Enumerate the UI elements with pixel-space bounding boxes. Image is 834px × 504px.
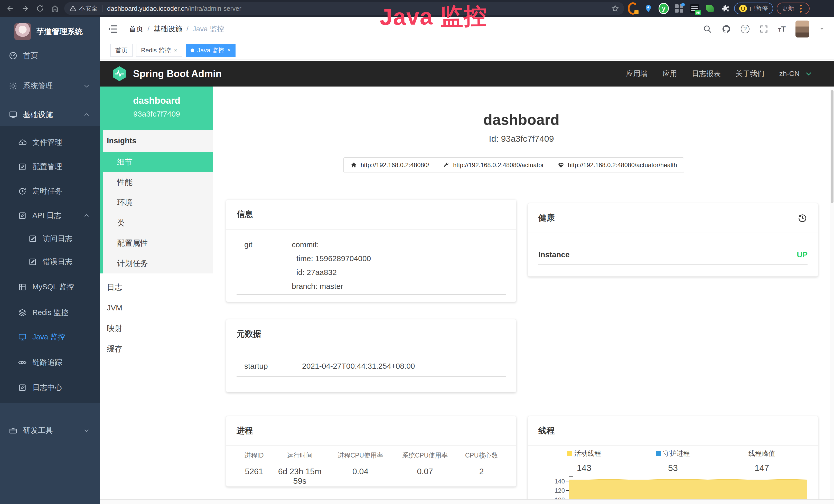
- sidebar-item-infra[interactable]: 基础设施: [0, 108, 100, 122]
- update-label: 更新: [782, 4, 794, 13]
- sidebar-item-file-manage[interactable]: 文件管理: [0, 135, 100, 150]
- vertical-scrollbar-track[interactable]: [830, 87, 834, 499]
- browser-update-button[interactable]: 更新: [777, 3, 810, 15]
- sidebar-item-dev-tools[interactable]: 研发工具: [0, 423, 100, 438]
- health-status-badge: UP: [797, 250, 808, 259]
- bookmark-star-icon[interactable]: [611, 5, 619, 12]
- security-label[interactable]: 不安全: [79, 4, 97, 13]
- browser-menu-icon[interactable]: [797, 5, 805, 13]
- sidebar-item-java-monitor[interactable]: Java 监控: [0, 330, 100, 344]
- extension-grid-icon[interactable]: [674, 3, 684, 14]
- sba-menu-details[interactable]: 细节: [103, 152, 213, 172]
- process-table: 进程ID5261 运行时间6d 23h 15m 59s 进程CPU使用率0.04…: [237, 451, 506, 486]
- process-card: 进程 进程ID5261 运行时间6d 23h 15m 59s 进程CPU使用率0…: [226, 416, 516, 486]
- browser-reload-button[interactable]: [35, 3, 46, 14]
- history-icon[interactable]: [797, 213, 808, 223]
- language-caret-icon[interactable]: [805, 70, 812, 77]
- sba-menu-logs[interactable]: 日志: [100, 277, 213, 298]
- address-bar[interactable]: 不安全 dashboard.yudao.iocoder.cn/infra/adm…: [64, 2, 624, 15]
- help-icon[interactable]: ?: [741, 25, 749, 33]
- edit-icon: [28, 234, 37, 243]
- insecure-warning-icon: [69, 5, 76, 12]
- instance-health-link[interactable]: http://192.168.0.2:48080/actuator/health: [551, 157, 684, 173]
- browser-back-button[interactable]: [5, 3, 16, 14]
- sidebar-item-api-log[interactable]: API 日志: [0, 208, 100, 223]
- sidebar-item-system[interactable]: 系统管理: [0, 79, 100, 93]
- browser-forward-button[interactable]: [20, 3, 31, 14]
- instance-actuator-link[interactable]: http://192.168.0.2:48080/actuator: [436, 157, 551, 173]
- browser-home-button[interactable]: [49, 3, 61, 14]
- breadcrumb-infra[interactable]: 基础设施: [154, 24, 182, 34]
- tick: [566, 490, 569, 491]
- sba-instance-header[interactable]: dashboard 93a3fc7f7409: [100, 87, 213, 130]
- tag-java-monitor[interactable]: Java 监控×: [186, 44, 236, 57]
- sba-menu-section-label: Insights: [103, 130, 213, 152]
- sidebar-item-config-manage[interactable]: 配置管理: [0, 160, 100, 174]
- sidebar-item-mysql-monitor[interactable]: MySQL 监控: [0, 280, 100, 294]
- extension-pin-icon[interactable]: [643, 3, 654, 14]
- wrench-icon: [443, 162, 449, 168]
- sba-menu-mappings[interactable]: 映射: [100, 318, 213, 339]
- sidebar-item-scheduled-jobs[interactable]: 定时任务: [0, 184, 100, 199]
- extension-c-icon[interactable]: [628, 3, 638, 14]
- info-card: 信息 git commit: time: 1596289704000 id: 2…: [226, 200, 516, 302]
- sidebar-item-log-center[interactable]: 日志中心: [0, 381, 100, 395]
- sba-menu-caches[interactable]: 缓存: [100, 339, 213, 359]
- fullscreen-icon[interactable]: [759, 24, 768, 33]
- paused-profile-badge[interactable]: 已暂停: [734, 3, 773, 15]
- sba-menu-config-props[interactable]: 配置属性: [103, 233, 213, 253]
- sba-nav-about[interactable]: 关于我们: [736, 69, 764, 78]
- navbar-actions: ? TT: [703, 17, 825, 41]
- sba-menu-environment[interactable]: 环境: [103, 192, 213, 212]
- close-icon[interactable]: ×: [227, 47, 231, 53]
- instance-home-link[interactable]: http://192.168.0.2:48080/: [344, 157, 436, 173]
- health-instance-label: Instance: [539, 250, 570, 259]
- extension-list-icon[interactable]: on: [689, 3, 700, 14]
- sidebar-item-redis-monitor[interactable]: Redis 监控: [0, 305, 100, 320]
- page-title: dashboard: [213, 111, 830, 128]
- divider: [237, 376, 506, 377]
- sidebar-item-tracing[interactable]: 链路追踪: [0, 356, 100, 370]
- github-icon[interactable]: [722, 24, 731, 33]
- health-card: 健康 Instance UP: [528, 203, 818, 276]
- sba-instance-name: dashboard: [100, 95, 213, 106]
- sidebar-item-error-log[interactable]: 错误日志: [0, 255, 100, 269]
- sba-nav-language[interactable]: zh-CN: [779, 70, 799, 78]
- avatar-caret-icon[interactable]: [819, 26, 825, 32]
- app-logo-row[interactable]: 芋道管理系统: [0, 23, 100, 41]
- screen: 不安全 dashboard.yudao.iocoder.cn/infra/adm…: [0, 0, 834, 504]
- sba-menu-scheduled-tasks[interactable]: 计划任务: [103, 253, 213, 273]
- close-icon[interactable]: ×: [174, 47, 177, 53]
- sba-menu-jvm[interactable]: JVM: [100, 298, 213, 318]
- sba-menu-classes[interactable]: 类: [103, 212, 213, 233]
- extension-y-icon[interactable]: y: [659, 3, 669, 14]
- font-size-icon[interactable]: TT: [778, 25, 786, 33]
- y-tick-120: 120: [543, 487, 565, 494]
- user-avatar[interactable]: [795, 21, 809, 38]
- sba-brand[interactable]: Spring Boot Admin: [133, 68, 222, 79]
- info-card-title: 信息: [237, 209, 253, 220]
- sba-nav-wallboard[interactable]: 应用墙: [626, 69, 648, 78]
- sba-menu-metrics[interactable]: 性能: [103, 172, 213, 192]
- hamburger-icon[interactable]: [107, 24, 118, 35]
- vertical-scrollbar-thumb[interactable]: [831, 90, 833, 203]
- main-region: 首页 / 基础设施 / Java 监控 ? TT 首页 Redis 监控× Ja…: [100, 17, 834, 504]
- tag-home[interactable]: 首页: [110, 44, 133, 57]
- sidebar-item-access-log[interactable]: 访问日志: [0, 232, 100, 246]
- page-subtitle: Id: 93a3fc7f7409: [213, 134, 830, 144]
- extension-leaf-icon[interactable]: [705, 3, 715, 14]
- chevron-up-icon: [83, 111, 90, 118]
- grid-icon: [18, 283, 27, 292]
- sba-header: Spring Boot Admin 应用墙 应用 日志报表 关于我们 zh-CN: [100, 61, 834, 87]
- sba-nav-journal[interactable]: 日志报表: [692, 69, 721, 78]
- sidebar-item-home[interactable]: 首页: [0, 48, 100, 63]
- search-icon[interactable]: [703, 24, 712, 33]
- edit-icon: [28, 257, 37, 266]
- tag-redis-monitor[interactable]: Redis 监控×: [136, 44, 182, 57]
- extensions-puzzle-icon[interactable]: [720, 3, 730, 14]
- sba-nav-applications[interactable]: 应用: [663, 69, 677, 78]
- app-sidebar: 芋道管理系统 首页 系统管理 基础设施 文件管理 配置管理 定时任务 API 日…: [0, 17, 100, 504]
- spring-boot-admin-logo-icon: [112, 66, 127, 82]
- breadcrumb-home[interactable]: 首页: [129, 24, 143, 34]
- horizontal-scrollbar-track[interactable]: [100, 499, 834, 504]
